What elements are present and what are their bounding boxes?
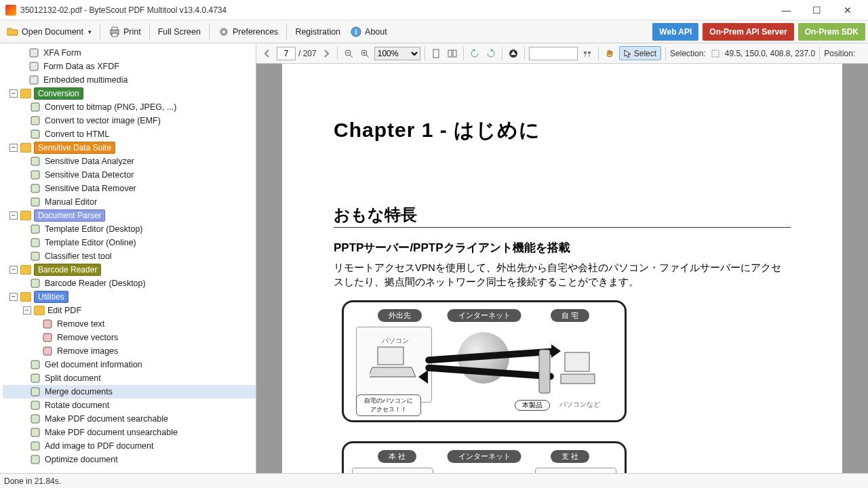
svg-rect-39 (433, 49, 439, 58)
tree-item[interactable]: Remove vectors (3, 331, 256, 344)
pill-left: 外出先 (378, 309, 422, 322)
tree-item[interactable]: −Conversion (3, 87, 256, 100)
tree-item[interactable]: XFA Form (3, 46, 256, 60)
preferences-label: Preferences (233, 27, 278, 37)
tree-item[interactable]: −Sensitive Data Suite (3, 141, 256, 155)
tree-item[interactable]: Sensitive Data Analyzer (3, 155, 256, 168)
single-page-icon[interactable] (429, 47, 443, 60)
tree-item[interactable]: Embedded multimedia (3, 73, 256, 87)
zoom-out-button[interactable] (342, 47, 355, 60)
router-icon (536, 344, 553, 399)
tree-item[interactable]: Sensitive Data Detector (3, 168, 256, 182)
tree-item[interactable]: Convert to vector image (EMF) (3, 114, 256, 127)
tree-item[interactable]: Rotate document (3, 399, 256, 412)
web-api-button[interactable]: Web API (652, 23, 698, 41)
collapse-toggle[interactable]: − (9, 266, 18, 274)
svg-rect-15 (31, 184, 39, 192)
tree-item-label: Remove vectors (57, 333, 118, 342)
preferences-button[interactable]: Preferences (214, 22, 282, 41)
svg-rect-14 (31, 171, 39, 179)
tree-item[interactable]: −Document Parser (3, 209, 256, 222)
arrowhead-left (418, 370, 428, 384)
print-button[interactable]: Print (104, 22, 145, 41)
svg-rect-21 (43, 320, 52, 328)
prev-page-button[interactable] (260, 47, 274, 60)
tree-item[interactable]: Template Editor (Online) (3, 236, 256, 249)
tree-item[interactable]: −Edit PDF (3, 304, 256, 317)
hand-tool-button[interactable] (603, 47, 616, 60)
tree-item-label: Rotate document (45, 401, 109, 410)
collapse-toggle[interactable]: − (9, 89, 18, 98)
tree-item[interactable]: Manual Editor (3, 195, 256, 209)
tree-item[interactable]: −Barcode Reader (3, 263, 256, 277)
item-icon (30, 455, 41, 464)
printer-icon (108, 26, 121, 38)
tree-item[interactable]: Convert to bitmap (PNG, JPEG, ...) (3, 100, 256, 114)
tree-item[interactable]: Optimize document (3, 453, 256, 466)
tree-item[interactable]: Split document (3, 371, 256, 385)
svg-rect-25 (31, 374, 39, 382)
rotate-cw-button[interactable] (484, 47, 498, 60)
collapse-toggle[interactable]: − (9, 211, 18, 220)
tree-item[interactable]: Merge documents (3, 385, 256, 399)
tree-item[interactable]: Sensitive Data Remover (3, 182, 256, 195)
tree-item[interactable]: Remove images (3, 344, 256, 358)
tree-item[interactable]: Add image to PDF document (3, 439, 256, 453)
tree-item[interactable]: Barcode Reader (Desktop) (3, 277, 256, 290)
item-icon (30, 170, 41, 180)
onprem-sdk-button[interactable]: On-Prem SDK (798, 23, 865, 41)
close-button[interactable]: ✕ (832, 0, 863, 20)
tree-item-label: Convert to bitmap (PNG, JPEG, ...) (45, 102, 177, 112)
select-tool-button[interactable]: Select (619, 46, 661, 60)
tree-item-label: Classifier test tool (45, 251, 112, 261)
tree-item[interactable]: Get document information (3, 358, 256, 371)
group-label: Utilities (34, 291, 68, 303)
tree-item[interactable]: −Utilities (3, 290, 256, 304)
document-toolbar: / 207 100% Select Selection: (256, 43, 868, 64)
svg-rect-23 (43, 347, 52, 355)
tree[interactable]: XFA FormForm Data as XFDFEmbedded multim… (0, 43, 256, 473)
page-number-input[interactable] (277, 47, 296, 60)
pdf-viewer[interactable]: Chapter 1 - はじめに おもな特長 PPTPサーバー/PPTPクライア… (256, 64, 868, 473)
search-input[interactable] (529, 47, 578, 60)
minimize-button[interactable]: — (771, 0, 802, 20)
tree-item[interactable]: Make PDF document searchable (3, 412, 256, 426)
fullscreen-button[interactable]: Full Screen (154, 22, 205, 41)
tree-item[interactable]: Classifier test tool (3, 249, 256, 263)
next-page-button[interactable] (319, 47, 333, 60)
two-page-icon[interactable] (446, 47, 459, 60)
registration-button[interactable]: Registration (291, 22, 344, 41)
about-button[interactable]: i About (346, 22, 391, 41)
tree-item[interactable]: Remove text (3, 317, 256, 331)
main-toolbar: Open Document ▾ Print Full Screen Prefer… (0, 20, 868, 43)
zoom-in-button[interactable] (358, 47, 372, 60)
collapse-toggle[interactable]: − (23, 306, 31, 314)
gear-icon (218, 26, 230, 38)
svg-line-33 (350, 55, 353, 58)
svg-rect-1 (112, 27, 117, 30)
folder-icon (20, 89, 31, 98)
maximize-button[interactable]: ☐ (802, 0, 832, 20)
panel-left-2 (352, 468, 433, 473)
item-icon (30, 414, 41, 424)
onprem-api-server-button[interactable]: On-Prem API Server (703, 23, 793, 41)
open-document-button[interactable]: Open Document ▾ (3, 22, 96, 41)
highlight-toggle[interactable] (507, 47, 520, 60)
item-icon (28, 75, 39, 85)
collapse-toggle[interactable]: − (9, 293, 18, 301)
svg-rect-29 (31, 428, 39, 436)
tree-item[interactable]: Convert to HTML (3, 127, 256, 141)
zoom-select[interactable]: 100% (374, 47, 420, 60)
folder-icon (20, 143, 31, 152)
tree-item[interactable]: Template Editor (Desktop) (3, 222, 256, 236)
collapse-toggle[interactable]: − (9, 144, 18, 152)
svg-rect-13 (31, 157, 39, 165)
tree-item[interactable]: Form Data as XFDF (3, 60, 256, 73)
svg-rect-47 (712, 50, 719, 57)
find-button[interactable] (580, 47, 594, 60)
titlebar: 35012132-02.pdf - ByteScout PDF Multitoo… (0, 0, 868, 20)
rotate-ccw-button[interactable] (468, 47, 481, 60)
tree-item[interactable]: Make PDF document unsearchable (3, 426, 256, 439)
page-total-label: / 207 (298, 49, 317, 58)
tree-item-label: Sensitive Data Analyzer (45, 157, 134, 166)
